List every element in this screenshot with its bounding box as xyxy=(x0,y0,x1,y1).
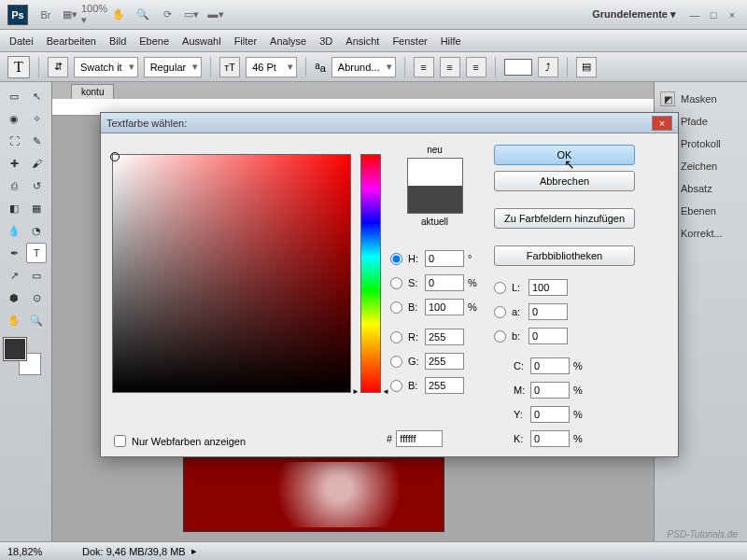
y-input[interactable] xyxy=(530,406,570,423)
chevron-right-icon[interactable]: ▸ xyxy=(191,545,197,557)
arrange-icon[interactable]: ▦▾ xyxy=(61,6,79,24)
b2-radio[interactable] xyxy=(390,380,402,392)
l-input[interactable] xyxy=(529,279,568,296)
eyedropper-tool[interactable]: ✎ xyxy=(26,131,47,151)
marquee-tool[interactable]: ▭ xyxy=(4,86,24,106)
antialias-dropdown[interactable]: Abrund... xyxy=(331,57,396,77)
heal-tool[interactable]: ✚ xyxy=(4,153,24,174)
web-colors-toggle[interactable]: Nur Webfarben anzeigen xyxy=(114,435,246,447)
b3-input[interactable] xyxy=(529,328,568,344)
s-input[interactable] xyxy=(425,274,464,291)
a-input[interactable] xyxy=(529,303,568,320)
r-input[interactable] xyxy=(425,329,464,345)
add-swatch-button[interactable]: Zu Farbfeldern hinzufügen xyxy=(494,208,635,229)
r-radio[interactable] xyxy=(390,331,402,343)
web-checkbox[interactable] xyxy=(114,435,126,447)
workspace-switcher[interactable]: Grundelemente ▾ xyxy=(592,8,676,21)
color-field[interactable] xyxy=(112,154,351,393)
a-radio[interactable] xyxy=(494,306,506,318)
blur-tool[interactable]: 💧 xyxy=(4,220,24,241)
b-input[interactable] xyxy=(425,299,464,315)
menu-datei[interactable]: Datei xyxy=(9,35,34,47)
history-brush-tool[interactable]: ↺ xyxy=(26,175,47,196)
path-tool[interactable]: ↗ xyxy=(4,265,24,286)
stamp-tool[interactable]: ⎙ xyxy=(4,175,24,196)
font-style-dropdown[interactable]: Regular xyxy=(144,57,203,77)
hex-input[interactable] xyxy=(396,430,443,447)
color-libs-button[interactable]: Farbbibliotheken xyxy=(494,245,635,266)
orientation-icon[interactable]: ⇵ xyxy=(48,57,68,77)
menu-ansicht[interactable]: Ansicht xyxy=(345,35,379,47)
menu-auswahl[interactable]: Auswahl xyxy=(182,35,221,47)
align-left-icon[interactable]: ≡ xyxy=(414,57,434,77)
wand-tool[interactable]: ✧ xyxy=(26,108,47,129)
cancel-button[interactable]: Abbrechen xyxy=(494,171,635,191)
hand-icon[interactable]: ✋ xyxy=(109,6,128,24)
3d-cam-tool[interactable]: ⊙ xyxy=(26,287,47,308)
hue-slider[interactable] xyxy=(360,154,381,393)
warp-icon[interactable]: ⤴ xyxy=(538,57,558,77)
align-right-icon[interactable]: ≡ xyxy=(466,57,486,77)
align-center-icon[interactable]: ≡ xyxy=(440,57,460,77)
options-bar: T ⇵ Swatch it Regular тT 46 Pt aa Abrund… xyxy=(0,52,747,82)
g-radio[interactable] xyxy=(390,356,402,368)
menu-bearbeiten[interactable]: Bearbeiten xyxy=(47,35,96,47)
m-label: M: xyxy=(514,385,527,396)
l-radio[interactable] xyxy=(494,282,506,294)
gradient-tool[interactable]: ▦ xyxy=(26,198,47,218)
font-family-dropdown[interactable]: Swatch it xyxy=(74,57,138,77)
color-compare[interactable] xyxy=(407,158,463,214)
shape-tool[interactable]: ▭ xyxy=(26,265,47,286)
font-size-dropdown[interactable]: 46 Pt xyxy=(246,57,297,77)
doc-info[interactable]: Dok: 9,46 MB/39,8 MB xyxy=(82,546,186,557)
m-input[interactable] xyxy=(530,382,570,399)
b3-radio[interactable] xyxy=(494,330,506,343)
tool-preset-icon[interactable]: T xyxy=(7,56,30,78)
brush-tool[interactable]: 🖌 xyxy=(26,153,47,174)
h-input[interactable] xyxy=(425,250,464,267)
document-tab[interactable]: kontu xyxy=(71,84,114,99)
dodge-tool[interactable]: ◔ xyxy=(26,220,47,241)
menu-3d[interactable]: 3D xyxy=(319,35,332,47)
ok-button[interactable]: OK xyxy=(494,145,635,165)
menu-filter[interactable]: Filter xyxy=(234,35,257,47)
menu-ebene[interactable]: Ebene xyxy=(139,35,169,47)
minimize-icon[interactable]: — xyxy=(687,7,702,22)
dialog-titlebar[interactable]: Textfarbe wählen: × xyxy=(101,113,678,133)
pen-tool[interactable]: ✒ xyxy=(4,243,24,263)
bridge-icon[interactable]: Br xyxy=(36,6,55,24)
3d-tool[interactable]: ⬢ xyxy=(4,287,24,308)
maximize-icon[interactable]: □ xyxy=(706,7,721,22)
color-swatches[interactable] xyxy=(4,338,41,375)
b2-input[interactable] xyxy=(425,377,464,394)
c-input[interactable] xyxy=(530,357,570,374)
text-color-swatch[interactable] xyxy=(504,59,532,76)
zoom-tool[interactable]: 🔍 xyxy=(26,310,47,330)
hand-tool[interactable]: ✋ xyxy=(4,310,24,330)
zoom-icon[interactable]: 🔍 xyxy=(134,6,152,24)
close-button[interactable]: × xyxy=(652,116,672,131)
menu-fenster[interactable]: Fenster xyxy=(392,35,427,47)
r-label: R: xyxy=(408,331,421,343)
menu-hilfe[interactable]: Hilfe xyxy=(441,35,461,47)
menu-analyse[interactable]: Analyse xyxy=(270,35,306,47)
extras-icon[interactable]: ▬▾ xyxy=(206,6,225,24)
k-input[interactable] xyxy=(530,430,570,447)
rotate-icon[interactable]: ⟳ xyxy=(158,6,176,24)
close-icon[interactable]: × xyxy=(725,7,740,22)
g-input[interactable] xyxy=(425,353,464,370)
panel-masken[interactable]: ◩Masken xyxy=(660,88,741,110)
b-radio[interactable] xyxy=(390,301,402,314)
s-radio[interactable] xyxy=(390,277,402,289)
screen-icon[interactable]: ▭▾ xyxy=(182,6,201,24)
zoom-level[interactable]: 100% ▾ xyxy=(85,6,104,24)
zoom-readout[interactable]: 18,82% xyxy=(7,546,54,557)
type-tool[interactable]: T xyxy=(26,243,47,263)
h-radio[interactable] xyxy=(390,253,402,265)
panel-toggle-icon[interactable]: ▤ xyxy=(576,57,597,77)
crop-tool[interactable]: ⛶ xyxy=(4,131,24,151)
menu-bild[interactable]: Bild xyxy=(109,35,126,47)
move-tool[interactable]: ↖ xyxy=(26,86,47,106)
eraser-tool[interactable]: ◧ xyxy=(4,198,24,218)
lasso-tool[interactable]: ◉ xyxy=(4,108,24,129)
